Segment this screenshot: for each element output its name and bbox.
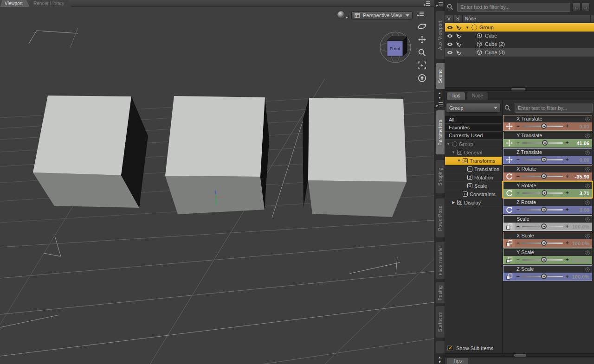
draw-style-button[interactable] — [336, 10, 348, 20]
increment-button[interactable] — [564, 139, 570, 147]
viewport-canvas[interactable]: Front — [0, 7, 434, 364]
slider-track[interactable] — [522, 259, 563, 261]
gear-icon[interactable] — [585, 116, 590, 122]
gear-icon[interactable] — [585, 233, 590, 239]
increment-button[interactable] — [564, 273, 570, 281]
scene-row-cube[interactable]: Cube — [445, 32, 594, 40]
dock-tab-powerpose[interactable]: PowerPose — [436, 198, 445, 237]
visibility-eye-icon[interactable] — [447, 34, 453, 38]
increment-button[interactable] — [564, 256, 570, 264]
tab-render-library[interactable]: Render Library — [29, 0, 71, 7]
visibility-eye-icon[interactable] — [447, 51, 453, 55]
param-filter-input[interactable] — [515, 103, 593, 113]
slider-track[interactable] — [522, 142, 563, 144]
slider-handle[interactable] — [541, 257, 547, 262]
pan-tool-button[interactable] — [416, 34, 427, 45]
scene-row-cube-2[interactable]: Cube (2) — [445, 40, 594, 48]
expand-arrow-icon[interactable]: ▼ — [452, 150, 455, 154]
slider-handle[interactable] — [541, 207, 547, 212]
expand-arrow-icon[interactable]: ▼ — [465, 26, 469, 30]
scene-hscrollbar[interactable] — [445, 87, 594, 91]
camera-view-dropdown[interactable]: Perspective View — [351, 11, 413, 19]
show-sub-items-checkbox[interactable]: ✓ — [447, 345, 453, 351]
param-tree-rotation[interactable]: Rotation — [445, 173, 502, 182]
dock-tab-posing[interactable]: Posing — [436, 282, 445, 303]
gear-icon[interactable] — [585, 250, 590, 255]
frame-tool-button[interactable] — [416, 60, 427, 71]
param-value[interactable]: 3.71 — [570, 191, 592, 196]
param-nav-all[interactable]: All — [445, 116, 502, 124]
subtab-node[interactable]: Node — [467, 92, 488, 100]
dock-top-menu-icon[interactable] — [436, 1, 443, 7]
aim-tool-button[interactable] — [416, 72, 427, 83]
decrement-button[interactable] — [515, 206, 521, 214]
viewport-3d[interactable]: Front Perspective View — [0, 7, 434, 364]
increment-button[interactable] — [564, 172, 570, 180]
decrement-button[interactable] — [515, 139, 521, 147]
decrement-button[interactable] — [515, 122, 521, 130]
dock-bottom-menu-icon[interactable] — [436, 102, 443, 107]
selectable-cursor-icon[interactable] — [456, 50, 462, 55]
decrement-button[interactable] — [515, 273, 521, 281]
gear-icon[interactable] — [585, 133, 590, 139]
param-value[interactable]: 100.0% — [570, 241, 592, 246]
gear-icon[interactable] — [585, 217, 590, 222]
visibility-eye-icon[interactable] — [447, 26, 453, 30]
param-value[interactable]: -35.90 — [570, 174, 592, 179]
slider-handle[interactable] — [541, 173, 547, 179]
decrement-button[interactable] — [515, 156, 521, 164]
param-value[interactable]: 0.00 — [570, 207, 592, 213]
param-value[interactable]: 41.06 — [570, 140, 592, 146]
visibility-eye-icon[interactable] — [447, 42, 453, 46]
gear-icon[interactable] — [585, 166, 590, 172]
decrement-button[interactable] — [515, 189, 521, 197]
expand-arrow-icon[interactable]: ▼ — [457, 159, 461, 163]
param-value[interactable]: 0.00 — [570, 157, 592, 163]
param-tree-display[interactable]: ▶ Display — [445, 198, 502, 207]
scene-row-cube-3[interactable]: Cube (3) — [445, 48, 594, 57]
dock-scroll-up-button[interactable]: ▲ — [437, 91, 443, 95]
decrement-button[interactable] — [515, 172, 521, 180]
dock-tab-aux-viewport[interactable]: Aux Viewport — [436, 11, 445, 59]
tab-viewport[interactable]: Viewport — [0, 0, 30, 7]
param-tree-general[interactable]: ▼ General — [445, 148, 502, 157]
selectable-cursor-icon[interactable] — [456, 25, 462, 30]
param-value[interactable]: 100.0% — [570, 224, 592, 230]
cube-2[interactable] — [165, 96, 269, 214]
scene-column-visible[interactable]: V — [445, 15, 454, 23]
orbit-tool-button[interactable] — [416, 21, 427, 32]
param-tree-scale[interactable]: Scale — [445, 182, 502, 190]
scene-column-node[interactable]: Node — [463, 15, 591, 23]
decrement-button[interactable] — [515, 223, 521, 230]
dock-tab-scene[interactable]: Scene — [436, 63, 445, 89]
slider-track[interactable] — [522, 226, 563, 227]
param-hscrollbar[interactable] — [445, 353, 594, 357]
dock-tab-partial[interactable] — [436, 341, 445, 353]
filter-back-button[interactable]: ← — [572, 3, 581, 11]
param-value[interactable]: 100.0% — [570, 257, 592, 263]
gear-icon[interactable] — [585, 200, 590, 205]
param-split-divider[interactable] — [502, 100, 503, 357]
increment-button[interactable] — [564, 156, 570, 164]
scene-hscrollbar-thumb[interactable] — [511, 88, 525, 90]
expand-arrow-icon[interactable]: ▼ — [446, 142, 450, 146]
increment-button[interactable] — [564, 239, 570, 247]
increment-button[interactable] — [564, 122, 570, 130]
collapse-arrow-icon[interactable]: ▶ — [452, 200, 455, 204]
dock-scroll-down-button-2[interactable]: ▼ — [437, 360, 443, 364]
slider-track[interactable] — [522, 176, 563, 177]
zoom-tool-button[interactable] — [416, 47, 427, 58]
slider-handle[interactable] — [542, 190, 547, 196]
increment-button[interactable] — [564, 206, 570, 214]
param-tree-transforms[interactable]: ▼ Transforms — [445, 157, 502, 165]
dock-tab-face-transfer[interactable]: Face Transfer — [436, 242, 445, 279]
increment-button[interactable] — [564, 223, 570, 230]
param-filter-mag[interactable] — [504, 105, 511, 113]
slider-handle[interactable] — [541, 123, 547, 129]
slider-handle[interactable] — [541, 224, 547, 229]
selectable-cursor-icon[interactable] — [456, 42, 462, 47]
param-nav-favorites[interactable]: Favorites — [445, 124, 502, 132]
param-tree-group[interactable]: ▼ Group — [445, 140, 502, 148]
slider-handle[interactable] — [542, 140, 548, 146]
slider-handle[interactable] — [541, 157, 547, 162]
